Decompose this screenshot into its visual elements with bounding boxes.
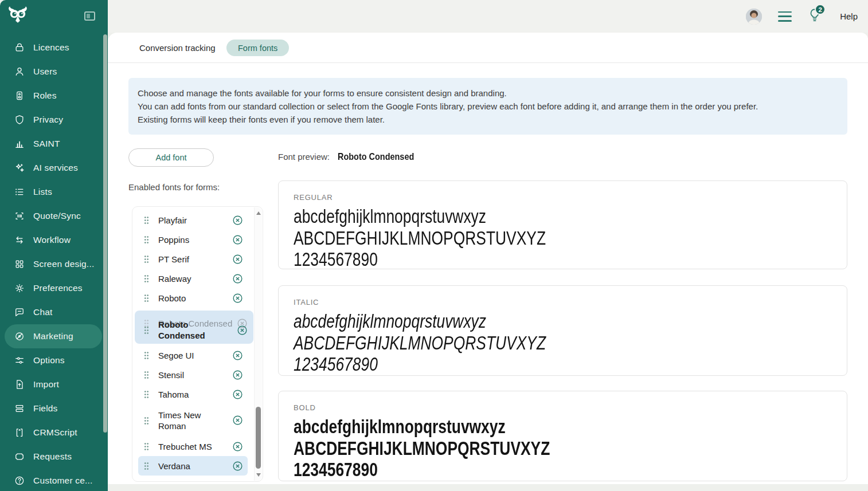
sidebar-item-users[interactable]: Users (0, 60, 108, 84)
sidebar-item-import[interactable]: Import (0, 372, 108, 396)
drag-handle-icon[interactable] (144, 235, 148, 243)
sidebar-item-label: Fields (33, 403, 58, 414)
font-list-item-selected[interactable]: Verdana (138, 456, 248, 476)
notification-badge: 2 (815, 4, 826, 15)
font-list-item[interactable]: Poppins (138, 230, 248, 249)
font-list-item[interactable]: Times New Roman (138, 404, 248, 437)
sidebar-item-label: Preferences (33, 283, 83, 293)
remove-font-icon[interactable] (233, 215, 243, 225)
font-list-item[interactable]: Roboto (138, 288, 248, 308)
sidebar-item-privacy[interactable]: Privacy (0, 108, 108, 132)
font-name: PT Serif (158, 254, 233, 265)
drag-handle-icon[interactable] (144, 216, 148, 224)
avatar[interactable] (746, 9, 762, 25)
sidebar-item-screen-designer[interactable]: Screen desig... (0, 252, 108, 276)
grid-icon (14, 258, 25, 270)
drag-handle-icon[interactable] (144, 326, 148, 334)
sidebar-item-ai-services[interactable]: AI services (0, 156, 108, 180)
list-scrollbar[interactable] (254, 207, 262, 481)
sidebar-item-label: Quote/Sync (33, 211, 81, 221)
owl-logo-icon (7, 6, 29, 26)
font-name: Roboto (158, 293, 233, 304)
fields-icon (14, 403, 25, 414)
sidebar-item-marketing[interactable]: Marketing (5, 324, 102, 348)
help-link[interactable]: Help (840, 11, 858, 21)
drag-handle-icon[interactable] (144, 255, 148, 263)
sidebar-collapse-button[interactable] (84, 11, 95, 21)
remove-font-icon[interactable] (233, 390, 243, 399)
sidebar-item-requests[interactable]: Requests (0, 445, 108, 469)
card-label: BOLD (294, 403, 832, 412)
font-list-item[interactable]: Tahoma (138, 384, 248, 404)
sidebar-item-roles[interactable]: Roles (0, 84, 108, 108)
remove-font-icon[interactable] (233, 351, 243, 360)
font-list-item[interactable]: Segoe UI (138, 345, 248, 365)
remove-font-icon[interactable] (233, 461, 243, 471)
font-list-item[interactable]: PT Serif (138, 249, 248, 269)
sidebar-item-label: Options (33, 355, 65, 366)
tab-conversion-tracking[interactable]: Conversion tracking (139, 33, 216, 63)
sample-lowercase: abcdefghijklmnopqrstuvwxyz (294, 206, 724, 227)
scroll-up-icon[interactable] (256, 211, 261, 215)
remove-font-icon[interactable] (233, 254, 243, 264)
sample-digits: 1234567890 (294, 353, 724, 375)
font-list-item[interactable]: Raleway (138, 269, 248, 288)
remove-font-icon[interactable] (237, 325, 248, 335)
preview-card-bold: BOLD abcdefghijklmnopqrstuvwxyz ABCDEFGH… (278, 391, 847, 481)
drag-handle-icon[interactable] (144, 442, 148, 450)
sidebar-item-chat[interactable]: Chat (0, 300, 108, 324)
remove-font-icon[interactable] (233, 293, 243, 303)
card-label: ITALIC (294, 298, 832, 307)
sidebar-item-lists[interactable]: Lists (0, 180, 108, 204)
remove-font-icon[interactable] (233, 370, 243, 380)
font-name: Raleway (158, 273, 233, 284)
sidebar-item-saint[interactable]: SAINT (0, 132, 108, 156)
list-icon (14, 186, 25, 198)
drag-handle-icon[interactable] (144, 351, 148, 359)
main-content: Conversion tracking Form fonts Choose an… (108, 33, 868, 484)
sidebar-item-options[interactable]: Options (0, 348, 108, 372)
font-list-item[interactable]: Trebuchet MS (138, 437, 248, 456)
sidebar-item-preferences[interactable]: Preferences (0, 276, 108, 300)
drag-preview[interactable]: Roboto Condensed (138, 314, 252, 346)
remove-font-icon[interactable] (233, 274, 243, 284)
swap-arrows-icon (14, 234, 25, 246)
tab-form-fonts[interactable]: Form fonts (226, 40, 289, 56)
drag-handle-icon[interactable] (144, 294, 148, 302)
logo-row (0, 0, 108, 32)
sidebar-item-workflow[interactable]: Workflow (0, 228, 108, 252)
sidebar-item-customer-centre[interactable]: Customer ce... (0, 469, 108, 491)
top-header: 2 Help (108, 0, 868, 33)
sidebar-item-licences[interactable]: Licences (0, 36, 108, 60)
font-list-item-dragging[interactable]: Roboto Condensed Roboto Condensed (135, 311, 253, 344)
font-list-item[interactable]: Playfair (138, 210, 248, 230)
sample-digits: 1234567890 (294, 249, 724, 269)
tips-button[interactable]: 2 (808, 7, 822, 25)
enabled-fonts-list: Playfair Poppins PT Serif Raleway Roboto (132, 206, 263, 482)
add-font-button[interactable]: Add font (128, 148, 214, 167)
sidebar-scrollbar[interactable] (103, 34, 107, 433)
remove-font-icon[interactable] (233, 442, 243, 451)
enabled-fonts-label: Enabled fonts for forms: (128, 182, 220, 192)
drag-handle-icon[interactable] (144, 462, 148, 470)
sidebar-item-fields[interactable]: Fields (0, 396, 108, 421)
drag-handle-icon[interactable] (144, 274, 148, 282)
scrollbar-thumb[interactable] (256, 407, 261, 469)
font-name: Tahoma (158, 389, 233, 400)
drag-handle-icon[interactable] (144, 417, 148, 425)
remove-font-icon[interactable] (233, 235, 243, 245)
sample-uppercase: ABCDEFGHIJKLMNOPQRSTUVXYZ (294, 332, 724, 354)
drag-handle-icon[interactable] (144, 371, 148, 379)
target-icon (14, 331, 25, 342)
sidebar-item-label: Roles (33, 91, 57, 101)
sidebar-item-quote-sync[interactable]: Quote/Sync (0, 204, 108, 228)
menu-icon[interactable] (778, 11, 792, 22)
tab-bar: Conversion tracking Form fonts (108, 33, 868, 63)
font-list-item[interactable]: Stensil (138, 365, 248, 384)
drag-handle-icon[interactable] (144, 390, 148, 398)
sample-uppercase: ABCDEFGHIJKLMNOPQRSTUVXYZ (294, 227, 724, 249)
scroll-down-icon[interactable] (256, 473, 261, 477)
sidebar-item-crmscript[interactable]: CRMScript (0, 421, 108, 445)
sidebar-item-label: Licences (33, 42, 69, 53)
remove-font-icon[interactable] (233, 415, 243, 425)
